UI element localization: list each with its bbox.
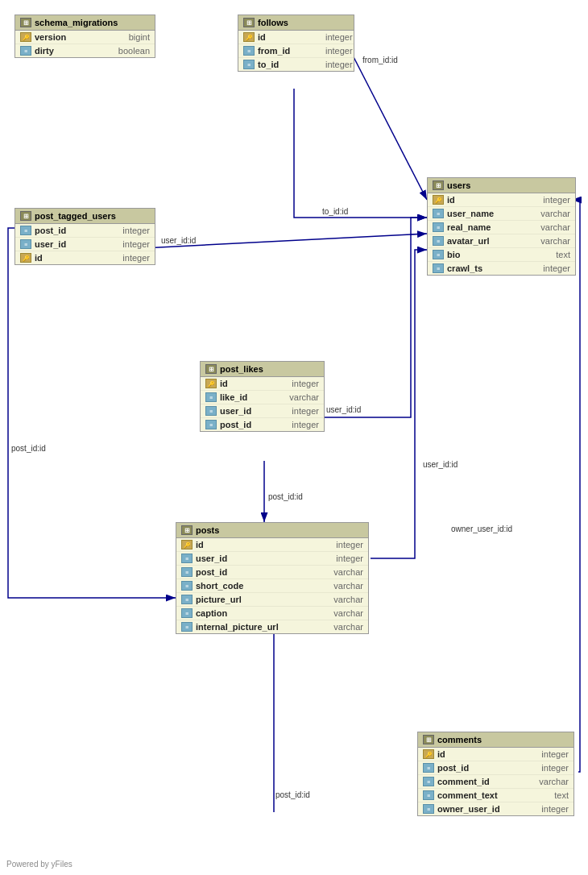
field-comments-comment-id: ≡ comment_id varchar [418, 775, 574, 789]
fk-icon-users-crawl-ts: ≡ [433, 263, 444, 273]
field-pl-id: 🔑 id integer [201, 377, 324, 391]
table-icon-posts: ⊞ [181, 525, 193, 535]
field-type-pl-id: integer [292, 379, 319, 388]
table-schema-migrations: ⊞ schema_migrations 🔑 version bigint ≡ d… [14, 15, 155, 58]
field-name-follows-id: id [258, 32, 322, 42]
field-type-comments-comment-text: text [554, 790, 569, 800]
field-posts-caption: ≡ caption varchar [176, 607, 368, 620]
field-name-posts-caption: caption [196, 608, 260, 618]
fk-icon-ptu-user-id: ≡ [20, 239, 31, 249]
fk-icon-posts-post-id: ≡ [181, 567, 193, 577]
field-type-ptu-user-id: integer [122, 239, 150, 249]
table-header-comments: ⊞ comments [418, 732, 574, 748]
svg-text:user_id:id: user_id:id [161, 236, 196, 245]
field-users-real-name: ≡ real_name varchar [428, 221, 575, 234]
pk-icon-version: 🔑 [20, 32, 31, 42]
field-pl-like-id: ≡ like_id varchar [201, 391, 324, 404]
svg-text:user_id:id: user_id:id [326, 405, 361, 414]
field-name-pl-like-id: like_id [220, 392, 284, 402]
fk-icon-posts-user-id: ≡ [181, 554, 193, 563]
field-type-users-avatar-url: varchar [540, 236, 570, 246]
field-type-posts-id: integer [336, 540, 363, 549]
table-name-posts: posts [196, 525, 219, 535]
table-comments: ⊞ comments 🔑 id integer ≡ post_id intege… [417, 732, 574, 816]
table-icon-post-tagged-users: ⊞ [20, 211, 31, 221]
svg-line-5 [143, 234, 427, 248]
field-name-users-crawl-ts: crawl_ts [447, 263, 511, 273]
table-name-comments: comments [437, 735, 482, 744]
field-dirty: ≡ dirty boolean [15, 44, 155, 57]
table-icon-post-likes: ⊞ [205, 364, 217, 374]
fk-icon-dirty: ≡ [20, 46, 31, 56]
field-name-users-bio: bio [447, 250, 511, 259]
field-name-version: version [35, 32, 99, 42]
table-icon-follows: ⊞ [243, 18, 255, 27]
field-posts-picture-url: ≡ picture_url varchar [176, 593, 368, 607]
field-name-posts-short-code: short_code [196, 581, 260, 591]
field-follows-from-id: ≡ from_id integer [238, 44, 354, 58]
field-posts-id: 🔑 id integer [176, 538, 368, 552]
field-name-pl-id: id [220, 379, 284, 388]
field-comments-id: 🔑 id integer [418, 748, 574, 761]
table-post-tagged-users: ⊞ post_tagged_users ≡ post_id integer ≡ … [14, 208, 155, 265]
table-posts: ⊞ posts 🔑 id integer ≡ user_id integer ≡… [176, 522, 369, 634]
field-type-posts-picture-url: varchar [333, 595, 363, 604]
field-users-id: 🔑 id integer [428, 193, 575, 207]
field-users-user-name: ≡ user_name varchar [428, 207, 575, 221]
field-name-users-user-name: user_name [447, 209, 511, 218]
field-type-posts-user-id: integer [336, 554, 363, 563]
field-name-comments-post-id: post_id [437, 763, 502, 773]
field-name-ptu-post-id: post_id [35, 226, 99, 235]
table-name-users: users [447, 180, 470, 190]
svg-text:to_id:id: to_id:id [322, 207, 348, 216]
table-name-post-tagged-users: post_tagged_users [35, 211, 116, 221]
field-type-users-crawl-ts: integer [543, 263, 570, 273]
fk-icon-pl-like-id: ≡ [205, 392, 217, 402]
field-type-posts-internal-picture-url: varchar [333, 622, 363, 632]
pk-icon-pl-id: 🔑 [205, 379, 217, 388]
pk-icon-posts-id: 🔑 [181, 540, 193, 549]
table-follows: ⊞ follows 🔑 id integer ≡ from_id integer… [238, 15, 354, 72]
field-name-dirty: dirty [35, 46, 99, 56]
field-users-bio: ≡ bio text [428, 248, 575, 262]
svg-text:owner_user_id:id: owner_user_id:id [451, 525, 512, 533]
field-posts-internal-picture-url: ≡ internal_picture_url varchar [176, 620, 368, 633]
field-type-follows-from-id: integer [325, 46, 353, 56]
svg-text:user_id:id: user_id:id [423, 460, 458, 469]
field-type-ptu-post-id: integer [122, 226, 150, 235]
table-icon-comments: ⊞ [423, 735, 434, 744]
field-name-users-avatar-url: avatar_url [447, 236, 511, 246]
field-follows-id: 🔑 id integer [238, 31, 354, 44]
field-name-pl-post-id: post_id [220, 420, 284, 429]
field-type-users-user-name: varchar [540, 209, 570, 218]
field-ptu-id: 🔑 id integer [15, 251, 155, 264]
table-post-likes: ⊞ post_likes 🔑 id integer ≡ like_id varc… [200, 361, 325, 432]
table-icon-schema-migrations: ⊞ [20, 18, 31, 27]
pk-icon-follows-id: 🔑 [243, 32, 255, 42]
svg-text:from_id:id: from_id:id [362, 56, 398, 64]
field-name-follows-from-id: from_id [258, 46, 322, 56]
svg-line-2 [350, 51, 427, 200]
field-comments-comment-text: ≡ comment_text text [418, 789, 574, 802]
field-posts-user-id: ≡ user_id integer [176, 552, 368, 566]
fk-icon-users-real-name: ≡ [433, 222, 444, 232]
field-ptu-user-id: ≡ user_id integer [15, 238, 155, 251]
field-name-users-real-name: real_name [447, 222, 511, 232]
field-version: 🔑 version bigint [15, 31, 155, 44]
footer-text: Powered by yFiles [6, 860, 72, 869]
field-name-posts-post-id: post_id [196, 567, 260, 577]
field-type-users-id: integer [543, 195, 570, 205]
field-type-posts-post-id: varchar [333, 567, 363, 577]
field-pl-user-id: ≡ user_id integer [201, 404, 324, 418]
field-name-comments-comment-id: comment_id [437, 777, 502, 786]
field-type-comments-id: integer [541, 749, 569, 759]
field-comments-owner-user-id: ≡ owner_user_id integer [418, 802, 574, 815]
field-posts-short-code: ≡ short_code varchar [176, 579, 368, 593]
icon-posts-caption: ≡ [181, 608, 193, 618]
field-type-pl-post-id: integer [292, 420, 319, 429]
field-users-crawl-ts: ≡ crawl_ts integer [428, 262, 575, 275]
fk-icon-pl-post-id: ≡ [205, 420, 217, 429]
field-name-posts-user-id: user_id [196, 554, 260, 563]
field-type-users-bio: text [556, 250, 570, 259]
icon-posts-internal-picture-url: ≡ [181, 622, 193, 632]
